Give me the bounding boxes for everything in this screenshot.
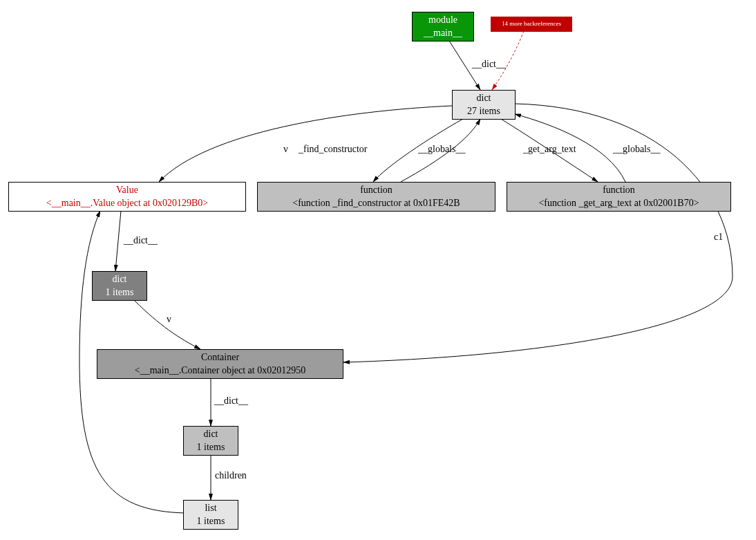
node-func1: function <function _find_constructor at … (257, 182, 495, 212)
node-dict27: dict 27 items (452, 90, 516, 120)
node-func2: function <function _get_arg_text at 0x02… (507, 182, 731, 212)
node-dict1a: dict 1 items (92, 271, 147, 301)
edge-label-globals2: __globals__ (613, 144, 660, 155)
dict1b-label-2: 1 items (197, 441, 225, 454)
edge-label-children: children (215, 470, 247, 481)
container-label-2: <__main__.Container object at 0x02012950 (135, 364, 305, 377)
dict27-label-1: dict (477, 92, 491, 104)
edge-label-container-dict: __dict__ (214, 395, 248, 407)
edge-label-dict1a-v: v (167, 314, 171, 325)
backref-label: 14 more backreferences (502, 20, 561, 28)
node-dict1b: dict 1 items (183, 426, 238, 456)
node-module: module __main__ (412, 12, 474, 41)
func2-label-1: function (603, 184, 635, 196)
module-label-2: __main__ (424, 27, 462, 39)
func2-label-2: <function _get_arg_text at 0x02001B70> (538, 197, 699, 210)
graph-edges-layer (0, 0, 756, 540)
node-value: Value <__main__.Value object at 0x020129… (8, 182, 246, 212)
dict1a-label-1: dict (113, 273, 127, 286)
dict1b-label-1: dict (204, 428, 218, 440)
list1-label-2: 1 items (197, 515, 225, 528)
func1-label-2: <function _find_constructor at 0x01FE42B (292, 197, 460, 210)
node-container: Container <__main__.Container object at … (97, 349, 343, 379)
edge-label-globals1: __globals__ (418, 144, 465, 155)
node-list1: list 1 items (183, 500, 238, 530)
dict1a-label-2: 1 items (106, 286, 134, 299)
edge-label-value-dict: __dict__ (124, 235, 158, 246)
module-label-1: module (428, 14, 457, 26)
edge-label-v: v (283, 144, 288, 155)
edge-label-c1: c1 (714, 232, 723, 243)
dict27-label-2: 27 items (467, 105, 500, 118)
node-backref: 14 more backreferences (491, 17, 572, 32)
container-label-1: Container (201, 351, 239, 364)
edge-label-module-dict: __dict__ (472, 59, 506, 70)
value-label-1: Value (116, 184, 138, 196)
func1-label-1: function (360, 184, 393, 196)
edge-label-find-constructor: _find_constructor (299, 144, 368, 155)
list1-label-1: list (205, 502, 216, 514)
value-label-2: <__main__.Value object at 0x020129B0> (46, 197, 208, 210)
edge-label-get-arg-text: _get_arg_text (523, 144, 576, 155)
